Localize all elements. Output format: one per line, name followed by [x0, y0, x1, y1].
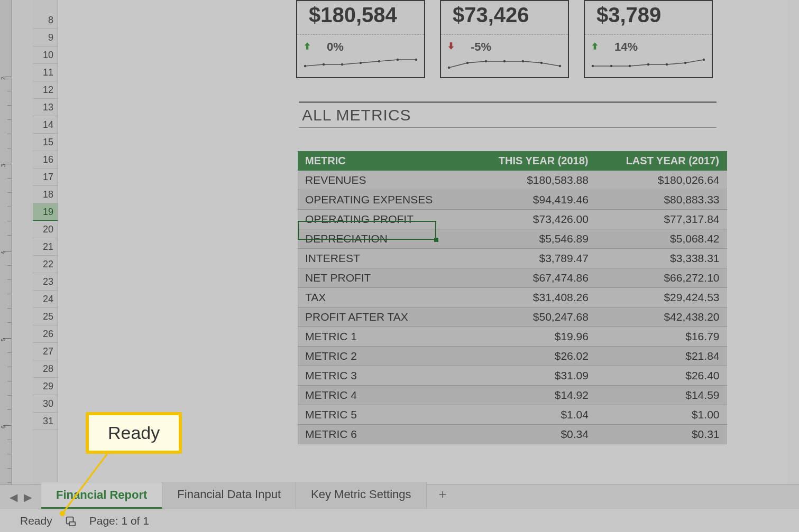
row-header[interactable]: 22: [33, 256, 58, 273]
cell-last-year[interactable]: $14.59: [596, 386, 727, 405]
kpi-sparkline: [446, 55, 563, 73]
cell-last-year[interactable]: $0.31: [596, 425, 727, 444]
table-row[interactable]: PROFIT AFTER TAX$50,247.68$42,438.20: [298, 307, 727, 327]
svg-point-20: [703, 59, 705, 61]
svg-point-2: [341, 63, 343, 66]
cell-metric[interactable]: METRIC 1: [298, 327, 469, 347]
cell-metric[interactable]: DEPRECIATION: [298, 229, 469, 249]
row-header[interactable]: 25: [33, 308, 58, 325]
table-row[interactable]: INTEREST$3,789.47$3,338.31: [298, 249, 727, 268]
table-row[interactable]: DEPRECIATION$5,546.89$5,068.42: [298, 229, 727, 249]
table-row[interactable]: METRIC 6$0.34$0.31: [298, 425, 727, 444]
cell-this-year[interactable]: $5,546.89: [469, 229, 595, 249]
cell-last-year[interactable]: $3,338.31: [596, 249, 727, 268]
cell-metric[interactable]: METRIC 5: [298, 405, 469, 425]
row-header[interactable]: 9: [33, 29, 58, 46]
table-row[interactable]: METRIC 4$14.92$14.59: [298, 386, 727, 405]
row-header[interactable]: 16: [33, 151, 58, 169]
table-row[interactable]: REVENUES$180,583.88$180,026.64: [298, 171, 727, 190]
cell-selection-handle[interactable]: [434, 238, 438, 242]
row-header[interactable]: 17: [33, 169, 58, 186]
table-row[interactable]: OPERATING PROFIT$73,426.00$77,317.84: [298, 210, 727, 229]
cell-metric[interactable]: NET PROFIT: [298, 268, 469, 288]
cell-metric[interactable]: PROFIT AFTER TAX: [298, 307, 469, 327]
cell-this-year[interactable]: $50,247.68: [469, 307, 595, 327]
cell-last-year[interactable]: $42,438.20: [596, 307, 727, 327]
cell-last-year[interactable]: $66,272.10: [596, 268, 727, 288]
cell-last-year[interactable]: $16.79: [596, 327, 727, 347]
row-header[interactable]: 11: [33, 64, 58, 81]
col-header-metric[interactable]: METRIC: [298, 151, 469, 171]
macro-record-icon[interactable]: [65, 515, 77, 527]
table-row[interactable]: METRIC 5$1.04$1.00: [298, 405, 727, 425]
cell-metric[interactable]: OPERATING EXPENSES: [298, 190, 469, 210]
row-header[interactable]: 21: [33, 238, 58, 256]
cell-last-year[interactable]: $21.84: [596, 347, 727, 366]
status-page-label: Page: 1 of 1: [89, 515, 149, 527]
row-header[interactable]: 29: [33, 378, 58, 395]
row-header[interactable]: 24: [33, 291, 58, 308]
cell-this-year[interactable]: $94,419.46: [469, 190, 595, 210]
cell-metric[interactable]: METRIC 3: [298, 366, 469, 386]
kpi-card: $3,78914%: [584, 0, 713, 78]
cell-metric[interactable]: OPERATING PROFIT: [298, 210, 469, 229]
cell-metric[interactable]: METRIC 6: [298, 425, 469, 444]
cell-metric[interactable]: TAX: [298, 288, 469, 307]
tab-nav-prev-icon[interactable]: ◀: [10, 491, 17, 503]
table-row[interactable]: METRIC 2$26.02$21.84: [298, 347, 727, 366]
svg-point-9: [485, 60, 487, 62]
cell-this-year[interactable]: $31,408.26: [469, 288, 595, 307]
row-header[interactable]: 30: [33, 395, 58, 413]
row-header[interactable]: 10: [33, 46, 58, 64]
cell-metric[interactable]: METRIC 4: [298, 386, 469, 405]
row-header[interactable]: 28: [33, 360, 58, 378]
cell-this-year[interactable]: $67,474.86: [469, 268, 595, 288]
cell-last-year[interactable]: $5,068.42: [596, 229, 727, 249]
table-row[interactable]: METRIC 1$19.96$16.79: [298, 327, 727, 347]
row-header[interactable]: 12: [33, 81, 58, 99]
cell-last-year[interactable]: $180,026.64: [596, 171, 727, 190]
table-row[interactable]: METRIC 3$31.09$26.40: [298, 366, 727, 386]
row-header[interactable]: 13: [33, 99, 58, 116]
cell-last-year[interactable]: $77,317.84: [596, 210, 727, 229]
cell-last-year[interactable]: $1.00: [596, 405, 727, 425]
row-header[interactable]: 8: [33, 12, 58, 29]
table-row[interactable]: OPERATING EXPENSES$94,419.46$80,883.33: [298, 190, 727, 210]
row-header[interactable]: 20: [33, 221, 58, 238]
cell-this-year[interactable]: $1.04: [469, 405, 595, 425]
cell-metric[interactable]: INTEREST: [298, 249, 469, 268]
arrow-up-icon: [302, 41, 312, 53]
cell-last-year[interactable]: $80,883.33: [596, 190, 727, 210]
tab-nav-next-icon[interactable]: ▶: [24, 491, 32, 503]
row-header[interactable]: 18: [33, 186, 58, 203]
cell-this-year[interactable]: $180,583.88: [469, 171, 595, 190]
cell-this-year[interactable]: $3,789.47: [469, 249, 595, 268]
cell-this-year[interactable]: $26.02: [469, 347, 595, 366]
row-header[interactable]: 19: [33, 203, 58, 221]
cell-last-year[interactable]: $29,424.53: [596, 288, 727, 307]
cell-this-year[interactable]: $19.96: [469, 327, 595, 347]
row-header[interactable]: 14: [33, 116, 58, 134]
row-header[interactable]: 27: [33, 343, 58, 360]
svg-point-14: [592, 65, 594, 67]
table-row[interactable]: NET PROFIT$67,474.86$66,272.10: [298, 268, 727, 288]
table-row[interactable]: TAX$31,408.26$29,424.53: [298, 288, 727, 307]
row-header[interactable]: 26: [33, 325, 58, 343]
row-header[interactable]: 15: [33, 134, 58, 151]
sheet-tab[interactable]: Financial Report: [41, 482, 162, 509]
cell-metric[interactable]: METRIC 2: [298, 347, 469, 366]
cell-metric[interactable]: REVENUES: [298, 171, 469, 190]
cell-this-year[interactable]: $0.34: [469, 425, 595, 444]
row-header[interactable]: 23: [33, 273, 58, 291]
cell-last-year[interactable]: $26.40: [596, 366, 727, 386]
col-header-last-year[interactable]: LAST YEAR (2017): [596, 151, 727, 171]
add-sheet-button[interactable]: ＋: [427, 479, 458, 509]
sheet-tab[interactable]: Financial Data Input: [162, 482, 296, 509]
cell-this-year[interactable]: $14.92: [469, 386, 595, 405]
callout-ready: Ready: [86, 412, 182, 454]
row-header[interactable]: 31: [33, 413, 58, 430]
cell-this-year[interactable]: $31.09: [469, 366, 595, 386]
cell-this-year[interactable]: $73,426.00: [469, 210, 595, 229]
sheet-tab[interactable]: Key Metric Settings: [296, 482, 427, 509]
col-header-this-year[interactable]: THIS YEAR (2018): [469, 151, 595, 171]
